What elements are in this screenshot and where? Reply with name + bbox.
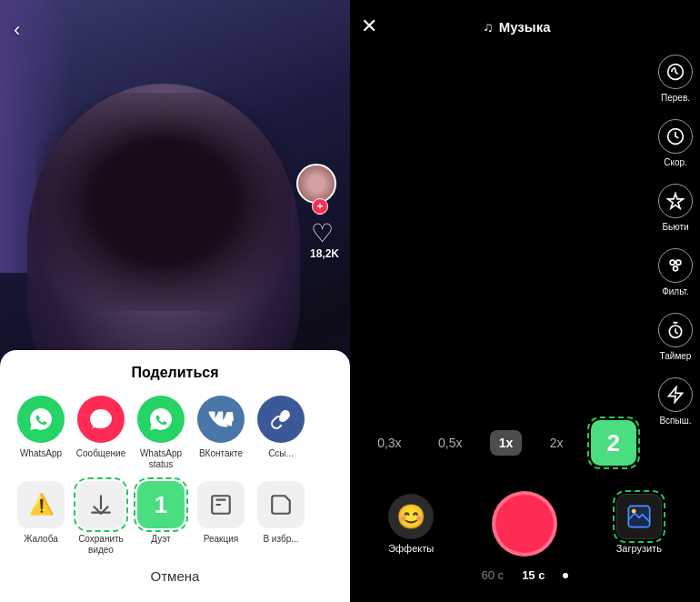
effects-label: Эффекты (388, 543, 434, 554)
back-button[interactable]: ‹ (14, 18, 20, 42)
whatsapp-status-icon (137, 396, 185, 443)
music-selector[interactable]: ♫ Музыка (483, 19, 550, 35)
share-apps-row: WhatsApp Сообщение WhatsAppstatus (11, 396, 339, 470)
link-icon (257, 396, 305, 443)
speed-badge-2[interactable]: 2 (591, 420, 636, 466)
save-icon-box (77, 481, 125, 528)
heart-count: 18,2K (310, 247, 339, 260)
timer-display: 60 с 15 с (350, 568, 700, 582)
save-video-action[interactable]: Сохранитьвидео (75, 481, 127, 556)
share-item-vk[interactable]: ВКонтакте (195, 396, 247, 470)
speed-05x[interactable]: 0,5x (429, 430, 471, 456)
speed-options-row: 0,3x 0,5x 1x 2x 2 (359, 420, 645, 466)
right-tools-column: Перев. Скор. Бьюти (658, 55, 693, 426)
reverse-icon (658, 55, 693, 89)
left-panel: ‹ + ♡ 18,2K Поделиться WhatsApp (0, 0, 350, 602)
favorites-label: В избр... (263, 534, 298, 545)
link-label: Ссы... (268, 448, 294, 459)
reverse-label: Перев. (661, 93, 690, 103)
whatsapp1-label: WhatsApp (20, 448, 62, 459)
share-item-whatsapp-status[interactable]: WhatsAppstatus (135, 396, 187, 470)
share-title: Поделиться (11, 365, 339, 381)
message-label: Сообщение (76, 448, 125, 459)
record-button[interactable] (492, 491, 557, 557)
beauty-icon (658, 184, 693, 218)
filter-label: Фильт. (662, 286, 689, 296)
flash-label: Вспыш. (659, 416, 691, 426)
share-item-link[interactable]: Ссы... (255, 396, 307, 470)
right-panel: ✕ ♫ Музыка Перев. (350, 0, 700, 602)
message-icon (77, 396, 125, 443)
duet-action[interactable]: 1 Дуэт (135, 481, 187, 556)
whatsapp1-icon (17, 396, 65, 443)
music-note-icon: ♫ (483, 19, 493, 35)
profile-avatar[interactable] (296, 164, 336, 204)
action-icons-row: ⚠️ Жалоба Сохранитьвидео 1 (11, 481, 339, 556)
flash-icon (658, 377, 693, 412)
favorites-action[interactable]: В избр... (255, 481, 307, 556)
svg-point-2 (670, 260, 675, 265)
reaction-icon-box (197, 481, 245, 528)
effects-button[interactable]: 😊 Эффекты (388, 494, 434, 554)
share-item-message[interactable]: Сообщение (75, 396, 127, 470)
vk-label: ВКонтакте (199, 448, 243, 459)
speed-1x[interactable]: 1x (490, 430, 523, 456)
svg-point-4 (674, 266, 678, 271)
tool-speed[interactable]: Скор. (658, 119, 693, 167)
hair-silhouette (36, 93, 291, 311)
filter-icon (658, 248, 693, 283)
close-button[interactable]: ✕ (361, 15, 377, 38)
duet-dashed-border (134, 477, 188, 532)
timer-15s[interactable]: 15 с (522, 568, 545, 582)
complaint-action[interactable]: ⚠️ Жалоба (15, 481, 67, 556)
reaction-label: Реакция (204, 534, 238, 545)
heart-icon: ♡ (311, 218, 334, 248)
follow-plus-badge[interactable]: + (312, 198, 328, 215)
save-dashed-border (74, 477, 128, 532)
speed-2x[interactable]: 2x (541, 430, 573, 456)
share-sheet: Поделиться WhatsApp Сообщение (0, 350, 350, 602)
effects-icon: 😊 (388, 494, 434, 539)
timer-60s[interactable]: 60 с (482, 568, 505, 582)
complaint-label: Жалоба (24, 534, 57, 545)
favorites-icon-box (257, 481, 305, 528)
cancel-button[interactable]: Отмена (11, 568, 339, 584)
tool-reverse[interactable]: Перев. (658, 55, 693, 103)
reaction-action[interactable]: Реакция (195, 481, 247, 556)
rp-header: ✕ ♫ Музыка (350, 0, 700, 49)
timer-indicator-dot (563, 573, 568, 578)
tool-filter[interactable]: Фильт. (658, 248, 693, 296)
tool-timer[interactable]: Таймер (658, 313, 693, 361)
timer-label: Таймер (660, 351, 692, 361)
upload-button[interactable]: Загрузить (616, 494, 662, 554)
whatsapp-status-label: WhatsAppstatus (140, 448, 182, 470)
speed-dashed-border (587, 416, 640, 469)
timer-icon (658, 313, 693, 347)
speed-03x[interactable]: 0,3x (368, 430, 410, 456)
vk-icon (197, 396, 245, 443)
upload-label: Загрузить (616, 543, 662, 554)
bottom-controls: 😊 Эффекты Загрузить (350, 491, 700, 557)
tool-flash[interactable]: Вспыш. (658, 377, 693, 426)
complaint-icon-box: ⚠️ (17, 481, 65, 528)
music-label: Музыка (499, 19, 551, 35)
svg-point-3 (676, 260, 681, 265)
share-item-whatsapp1[interactable]: WhatsApp (15, 396, 67, 470)
tool-beauty[interactable]: Бьюти (658, 184, 693, 232)
beauty-label: Бьюти (662, 222, 688, 232)
duet-label: Дуэт (151, 534, 170, 545)
save-label: Сохранитьвидео (78, 534, 124, 556)
upload-dashed-border (613, 490, 665, 543)
speed-icon (658, 119, 693, 154)
speed-label: Скор. (664, 157, 687, 167)
